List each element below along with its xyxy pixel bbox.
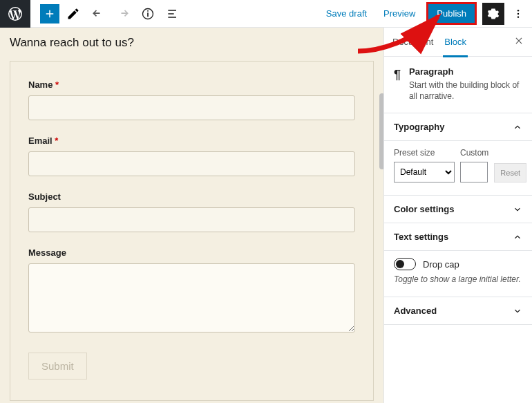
- tab-block[interactable]: Block: [444, 28, 466, 57]
- pencil-icon: [66, 7, 80, 21]
- field-label-email: Email *: [28, 135, 355, 146]
- edit-mode-button[interactable]: [62, 1, 84, 26]
- dropcap-toggle[interactable]: [394, 258, 416, 270]
- chevron-down-icon: [513, 205, 522, 214]
- panel-color-toggle[interactable]: Color settings: [384, 196, 532, 223]
- submit-button[interactable]: Submit: [28, 353, 87, 379]
- wp-logo-button[interactable]: [0, 0, 30, 28]
- block-info-desc: Start with the building block of all nar…: [409, 79, 522, 102]
- typography-reset-button[interactable]: Reset: [494, 163, 526, 182]
- block-info: ¶ Paragraph Start with the building bloc…: [384, 57, 532, 113]
- dropcap-help-text: Toggle to show a large initial letter.: [394, 274, 522, 284]
- editor-canvas[interactable]: Wanna reach out to us? Name * Email * Su…: [0, 28, 383, 403]
- plus-icon: [44, 8, 56, 20]
- svg-point-4: [517, 12, 519, 14]
- redo-button[interactable]: [112, 1, 134, 26]
- svg-rect-2: [147, 10, 149, 12]
- input-subject[interactable]: [28, 207, 355, 232]
- input-email[interactable]: [28, 151, 355, 176]
- field-label-message: Message: [28, 247, 355, 258]
- gear-icon: [487, 8, 500, 20]
- toolbar-left-group: [30, 1, 184, 26]
- redo-icon: [116, 7, 130, 21]
- chevron-up-icon: [513, 122, 522, 132]
- save-draft-link[interactable]: Save draft: [321, 4, 372, 23]
- page-heading[interactable]: Wanna reach out to us?: [10, 36, 374, 50]
- add-block-button[interactable]: [40, 4, 59, 24]
- top-toolbar: Save draft Preview Publish: [0, 0, 532, 28]
- paragraph-icon: ¶: [394, 68, 401, 102]
- svg-point-3: [517, 10, 519, 11]
- preset-size-label: Preset size: [394, 148, 455, 158]
- info-button[interactable]: [137, 1, 159, 26]
- toolbar-right-group: Save draft Preview Publish: [321, 2, 532, 25]
- outline-button[interactable]: [162, 1, 184, 26]
- undo-button[interactable]: [87, 1, 109, 26]
- close-icon: [514, 36, 524, 46]
- input-message[interactable]: [28, 263, 355, 332]
- info-icon: [141, 7, 155, 21]
- more-menu-button[interactable]: [510, 3, 526, 25]
- settings-button[interactable]: [482, 3, 504, 25]
- publish-button[interactable]: Publish: [426, 2, 477, 25]
- canvas-scrollbar[interactable]: [379, 93, 383, 169]
- outline-icon: [166, 7, 180, 21]
- tab-document[interactable]: Document: [392, 28, 433, 57]
- block-info-title: Paragraph: [409, 66, 522, 77]
- panel-text-toggle[interactable]: Text settings: [384, 223, 532, 251]
- chevron-up-icon: [513, 232, 522, 242]
- panel-advanced-toggle[interactable]: Advanced: [384, 297, 532, 325]
- sidebar-tabs: Document Block: [384, 28, 532, 57]
- input-name[interactable]: [28, 95, 355, 120]
- field-label-name: Name *: [28, 79, 355, 90]
- panel-typography-toggle[interactable]: Typography: [384, 113, 532, 141]
- required-marker: *: [55, 135, 58, 146]
- settings-sidebar: Document Block ¶ Paragraph Start with th…: [383, 28, 532, 403]
- undo-icon: [91, 7, 105, 21]
- custom-size-input[interactable]: [460, 162, 488, 182]
- required-marker: *: [55, 79, 59, 90]
- panel-text-body: Drop cap Toggle to show a large initial …: [384, 251, 532, 297]
- main-layout: Wanna reach out to us? Name * Email * Su…: [0, 28, 532, 403]
- preset-size-select[interactable]: Default: [394, 162, 455, 182]
- ellipsis-vertical-icon: [513, 7, 524, 21]
- contact-form-block[interactable]: Name * Email * Subject Message Submit: [10, 61, 374, 401]
- svg-point-5: [517, 16, 519, 17]
- custom-size-label: Custom: [460, 148, 488, 158]
- preview-link[interactable]: Preview: [378, 4, 421, 23]
- svg-rect-1: [147, 12, 149, 17]
- chevron-down-icon: [513, 306, 522, 316]
- field-label-subject: Subject: [28, 191, 355, 202]
- dropcap-label: Drop cap: [423, 259, 459, 270]
- panel-typography-body: Preset size Default Custom Reset: [384, 141, 532, 196]
- sidebar-close-button[interactable]: [514, 35, 524, 49]
- wordpress-icon: [7, 6, 23, 22]
